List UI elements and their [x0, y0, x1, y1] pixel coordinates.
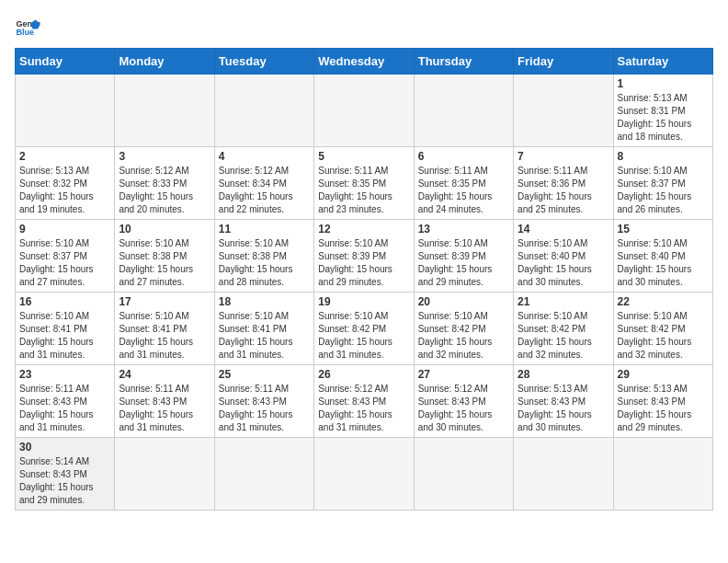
day-number: 6 — [418, 150, 509, 163]
day-number: 11 — [219, 223, 310, 236]
calendar-day-cell — [115, 438, 214, 511]
logo: General Blue — [15, 15, 44, 40]
column-header-friday: Friday — [514, 49, 613, 75]
column-header-saturday: Saturday — [613, 49, 712, 75]
day-info: Sunrise: 5:12 AM Sunset: 8:34 PM Dayligh… — [219, 165, 310, 216]
calendar-day-cell: 24Sunrise: 5:11 AM Sunset: 8:43 PM Dayli… — [115, 365, 214, 438]
calendar-day-cell: 27Sunrise: 5:12 AM Sunset: 8:43 PM Dayli… — [414, 365, 513, 438]
calendar-day-cell — [115, 75, 214, 147]
day-number: 16 — [19, 295, 110, 308]
day-info: Sunrise: 5:10 AM Sunset: 8:40 PM Dayligh… — [518, 237, 609, 289]
calendar-day-cell: 28Sunrise: 5:13 AM Sunset: 8:43 PM Dayli… — [514, 365, 613, 438]
calendar-day-cell: 2Sunrise: 5:13 AM Sunset: 8:32 PM Daylig… — [16, 147, 115, 220]
calendar-day-cell: 15Sunrise: 5:10 AM Sunset: 8:40 PM Dayli… — [613, 220, 712, 293]
day-number: 12 — [318, 223, 409, 236]
day-number: 5 — [318, 150, 409, 163]
day-number: 7 — [518, 150, 609, 163]
day-info: Sunrise: 5:12 AM Sunset: 8:43 PM Dayligh… — [418, 383, 509, 434]
calendar-header-row: SundayMondayTuesdayWednesdayThursdayFrid… — [16, 49, 713, 75]
day-number: 26 — [318, 368, 409, 381]
day-number: 24 — [119, 368, 210, 381]
column-header-wednesday: Wednesday — [314, 49, 414, 75]
day-info: Sunrise: 5:10 AM Sunset: 8:37 PM Dayligh… — [618, 165, 709, 216]
calendar-day-cell: 9Sunrise: 5:10 AM Sunset: 8:37 PM Daylig… — [16, 220, 115, 293]
calendar-day-cell: 25Sunrise: 5:11 AM Sunset: 8:43 PM Dayli… — [214, 365, 313, 438]
calendar-day-cell — [514, 438, 613, 511]
header: General Blue — [15, 15, 713, 40]
calendar-day-cell — [214, 438, 313, 511]
calendar-day-cell — [414, 438, 513, 511]
calendar-day-cell: 14Sunrise: 5:10 AM Sunset: 8:40 PM Dayli… — [514, 220, 613, 293]
calendar-day-cell — [214, 75, 313, 147]
day-number: 20 — [418, 295, 509, 308]
day-number: 21 — [518, 295, 609, 308]
calendar-day-cell: 19Sunrise: 5:10 AM Sunset: 8:42 PM Dayli… — [314, 293, 414, 365]
calendar-day-cell: 6Sunrise: 5:11 AM Sunset: 8:35 PM Daylig… — [414, 147, 513, 220]
generalblue-logo-icon: General Blue — [15, 15, 40, 40]
day-info: Sunrise: 5:13 AM Sunset: 8:31 PM Dayligh… — [618, 92, 709, 144]
calendar-day-cell: 12Sunrise: 5:10 AM Sunset: 8:39 PM Dayli… — [314, 220, 414, 293]
calendar-day-cell: 4Sunrise: 5:12 AM Sunset: 8:34 PM Daylig… — [214, 147, 313, 220]
day-number: 2 — [19, 150, 110, 163]
day-number: 23 — [19, 368, 110, 381]
day-info: Sunrise: 5:10 AM Sunset: 8:38 PM Dayligh… — [119, 237, 210, 289]
calendar-day-cell: 23Sunrise: 5:11 AM Sunset: 8:43 PM Dayli… — [16, 365, 115, 438]
calendar-week-row: 16Sunrise: 5:10 AM Sunset: 8:41 PM Dayli… — [16, 293, 713, 365]
day-number: 27 — [418, 368, 509, 381]
day-info: Sunrise: 5:11 AM Sunset: 8:43 PM Dayligh… — [219, 383, 310, 434]
calendar-day-cell — [314, 438, 414, 511]
column-header-monday: Monday — [115, 49, 214, 75]
day-number: 22 — [618, 295, 709, 308]
svg-text:Blue: Blue — [16, 28, 34, 37]
calendar-week-row: 2Sunrise: 5:13 AM Sunset: 8:32 PM Daylig… — [16, 147, 713, 220]
calendar-day-cell: 3Sunrise: 5:12 AM Sunset: 8:33 PM Daylig… — [115, 147, 214, 220]
day-info: Sunrise: 5:10 AM Sunset: 8:41 PM Dayligh… — [219, 310, 310, 362]
day-info: Sunrise: 5:13 AM Sunset: 8:32 PM Dayligh… — [19, 165, 110, 216]
day-info: Sunrise: 5:10 AM Sunset: 8:42 PM Dayligh… — [618, 310, 709, 362]
calendar-week-row: 9Sunrise: 5:10 AM Sunset: 8:37 PM Daylig… — [16, 220, 713, 293]
day-info: Sunrise: 5:12 AM Sunset: 8:43 PM Dayligh… — [318, 383, 409, 434]
day-number: 1 — [618, 77, 709, 90]
day-number: 14 — [518, 223, 609, 236]
day-number: 15 — [618, 223, 709, 236]
day-number: 18 — [219, 295, 310, 308]
day-info: Sunrise: 5:11 AM Sunset: 8:43 PM Dayligh… — [119, 383, 210, 434]
calendar-day-cell: 30Sunrise: 5:14 AM Sunset: 8:43 PM Dayli… — [16, 438, 115, 511]
day-info: Sunrise: 5:10 AM Sunset: 8:42 PM Dayligh… — [318, 310, 409, 362]
column-header-tuesday: Tuesday — [214, 49, 313, 75]
calendar-day-cell — [514, 75, 613, 147]
calendar-week-row: 1Sunrise: 5:13 AM Sunset: 8:31 PM Daylig… — [16, 75, 713, 147]
day-number: 8 — [618, 150, 709, 163]
calendar-day-cell: 17Sunrise: 5:10 AM Sunset: 8:41 PM Dayli… — [115, 293, 214, 365]
calendar-day-cell: 8Sunrise: 5:10 AM Sunset: 8:37 PM Daylig… — [613, 147, 712, 220]
day-info: Sunrise: 5:10 AM Sunset: 8:38 PM Dayligh… — [219, 237, 310, 289]
calendar-week-row: 23Sunrise: 5:11 AM Sunset: 8:43 PM Dayli… — [16, 365, 713, 438]
calendar-day-cell: 21Sunrise: 5:10 AM Sunset: 8:42 PM Dayli… — [514, 293, 613, 365]
day-number: 4 — [219, 150, 310, 163]
day-info: Sunrise: 5:10 AM Sunset: 8:37 PM Dayligh… — [19, 237, 110, 289]
calendar-week-row: 30Sunrise: 5:14 AM Sunset: 8:43 PM Dayli… — [16, 438, 713, 511]
calendar-day-cell: 10Sunrise: 5:10 AM Sunset: 8:38 PM Dayli… — [115, 220, 214, 293]
calendar-day-cell: 13Sunrise: 5:10 AM Sunset: 8:39 PM Dayli… — [414, 220, 513, 293]
day-info: Sunrise: 5:13 AM Sunset: 8:43 PM Dayligh… — [518, 383, 609, 434]
day-number: 13 — [418, 223, 509, 236]
day-number: 3 — [119, 150, 210, 163]
day-info: Sunrise: 5:14 AM Sunset: 8:43 PM Dayligh… — [19, 455, 110, 507]
calendar-day-cell — [314, 75, 414, 147]
calendar-day-cell: 29Sunrise: 5:13 AM Sunset: 8:43 PM Dayli… — [613, 365, 712, 438]
day-number: 29 — [618, 368, 709, 381]
calendar-day-cell: 5Sunrise: 5:11 AM Sunset: 8:35 PM Daylig… — [314, 147, 414, 220]
calendar-day-cell: 18Sunrise: 5:10 AM Sunset: 8:41 PM Dayli… — [214, 293, 313, 365]
day-number: 9 — [19, 223, 110, 236]
calendar-day-cell — [16, 75, 115, 147]
calendar-day-cell — [414, 75, 513, 147]
calendar-day-cell: 22Sunrise: 5:10 AM Sunset: 8:42 PM Dayli… — [613, 293, 712, 365]
calendar-day-cell: 1Sunrise: 5:13 AM Sunset: 8:31 PM Daylig… — [613, 75, 712, 147]
day-info: Sunrise: 5:10 AM Sunset: 8:41 PM Dayligh… — [119, 310, 210, 362]
calendar-table: SundayMondayTuesdayWednesdayThursdayFrid… — [15, 48, 713, 511]
day-number: 25 — [219, 368, 310, 381]
calendar-day-cell — [613, 438, 712, 511]
day-number: 30 — [19, 441, 110, 454]
calendar-day-cell: 7Sunrise: 5:11 AM Sunset: 8:36 PM Daylig… — [514, 147, 613, 220]
day-info: Sunrise: 5:10 AM Sunset: 8:39 PM Dayligh… — [418, 237, 509, 289]
